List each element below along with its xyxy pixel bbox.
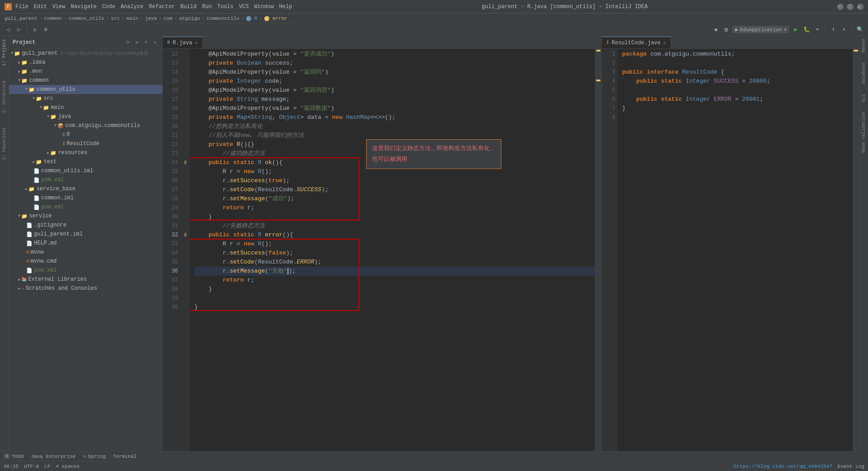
tool-todo[interactable]: 6 TODO (4, 454, 24, 459)
app-icon: P (5, 3, 12, 10)
menu-window[interactable]: Window (254, 4, 274, 10)
status-link[interactable]: https://blog.csdn.net/qq_44841547 (734, 464, 832, 469)
menu-help[interactable]: Help (279, 4, 292, 10)
code-line-39 (194, 294, 595, 303)
tree-item-pom-common[interactable]: 📄 pom.xml (9, 203, 162, 212)
tree-item-guli-parent-iml[interactable]: 📄 guli_parent.iml (9, 230, 162, 239)
debug-button[interactable]: 🐛 (802, 25, 811, 34)
tab-r-close[interactable]: ✕ (195, 40, 198, 46)
tree-item-r-class[interactable]: C R (9, 130, 162, 139)
tree-item-test[interactable]: ▶ 📁 test (9, 157, 162, 166)
spring-icon: ☘ (83, 453, 86, 459)
run-config-icon: ▶ (735, 27, 738, 33)
navigate-back-button[interactable]: ◁ (4, 25, 13, 34)
tree-item-common-utils-iml[interactable]: 📄 common_utils.iml (9, 166, 162, 175)
code-line-16: @ApiModelProperty(value = "返回消息") (194, 86, 595, 95)
tree-item-mvnw[interactable]: m mvnw (9, 248, 162, 257)
tree-item-scratches[interactable]: ▶ ✏ Scratches and Consoles (9, 284, 162, 293)
code-line-12: @ApiModelProperty(value = "是否成功") (194, 50, 595, 59)
panel-maven[interactable]: Maven (860, 36, 867, 55)
tree-item-java[interactable]: ▼ 📁 java (9, 112, 162, 121)
r-file-icon: R (167, 40, 170, 45)
coverage-button[interactable]: ☂ (813, 25, 822, 34)
panel-tab-favorites[interactable]: 2: Favorites (1, 125, 8, 163)
panel-git[interactable]: Git (860, 91, 867, 105)
code-line-38: } (194, 285, 595, 294)
tree-item-pom-root[interactable]: 📄 pom.xml (9, 266, 162, 275)
panel-tab-structure[interactable]: 2: Structure (1, 78, 8, 116)
layout-button[interactable]: ▤ (722, 25, 731, 34)
left-edge-panels: 1: Project 2: Structure 2: Favorites (0, 36, 9, 451)
line-numbers: 12 13 14 15 16 17 18 19 20 21 22 23 24 2… (163, 49, 181, 451)
tool-terminal[interactable]: Terminal (113, 454, 137, 459)
panel-bean-validation[interactable]: Bean Validation (860, 109, 867, 155)
code-line-27: r.setCode(ResultCode.SUCCESS); (194, 185, 595, 194)
status-event-log[interactable]: Event Log (838, 464, 864, 469)
tool-java-enterprise[interactable]: Java Enterprise (31, 454, 75, 459)
tree-item-common-iml[interactable]: 📄 common.iml (9, 193, 162, 203)
code-line-14: @ApiModelProperty(value = "返回码") (194, 68, 595, 77)
tool-spring[interactable]: ☘ Spring (83, 453, 105, 459)
tree-item-help-md[interactable]: 📄 HELP.md (9, 239, 162, 248)
right-code-content[interactable]: package com.atguigu.commonutils; public … (618, 49, 853, 451)
tree-item-external-libs[interactable]: ▶ 📚 External Libraries (9, 275, 162, 284)
tree-item-package[interactable]: ▼ 📦 com.atguigu.commonutils (9, 121, 162, 130)
nav-bar-toggle[interactable]: ◀ (711, 25, 720, 34)
tree-item-src[interactable]: ▼ 📁 src (9, 94, 162, 103)
panel-gear-icon[interactable]: ⚙ (133, 39, 141, 46)
tree-item-resources[interactable]: ▶ 📁 resources (9, 148, 162, 157)
panel-sync-icon[interactable]: ⟳ (124, 39, 132, 46)
panel-header-icons: ⟳ ⚙ ≡ ✕ (124, 39, 159, 46)
commit-button[interactable]: ⬆ (829, 25, 838, 34)
sync-button[interactable]: ↻ (30, 25, 39, 34)
tab-r-java[interactable]: R R.java ✕ (163, 37, 203, 48)
navigate-forward-button[interactable]: ▷ (14, 25, 24, 34)
menu-code[interactable]: Code (102, 4, 115, 10)
code-content-left[interactable]: @ApiModelProperty(value = "是否成功") privat… (190, 49, 595, 451)
panel-database[interactable]: Database (860, 60, 867, 87)
tree-item-service-base[interactable]: ▶ 📁 service_base (9, 184, 162, 193)
window-title: guli_parent - R.java [common_utils] - In… (481, 4, 647, 10)
menu-view[interactable]: View (52, 4, 66, 10)
menu-navigate[interactable]: Navigate (71, 4, 97, 10)
tree-item-common[interactable]: ▼ 📁 common (9, 76, 162, 85)
menu-build[interactable]: Build (180, 4, 197, 10)
tree-item-common-utils[interactable]: ▼ 📁 common_utils (9, 85, 162, 94)
tree-item-pom-common-utils[interactable]: 📄 pom.xml (9, 175, 162, 184)
menu-edit[interactable]: Edit (34, 4, 47, 10)
tree-item-main[interactable]: ▼ 📁 main (9, 103, 162, 112)
tree-item-resultcode[interactable]: I ResultCode (9, 139, 162, 148)
menu-vcs[interactable]: VCS (239, 4, 249, 10)
panel-header: Project ⟳ ⚙ ≡ ✕ (9, 36, 162, 49)
close-button[interactable]: ✕ (857, 4, 863, 10)
minimize-button[interactable]: — (837, 4, 844, 10)
tree-item-service[interactable]: ▼ 📁 service (9, 212, 162, 221)
code-line-29: return r; (194, 203, 595, 212)
code-line-21: //别人不能new, 只能用我们的方法 (194, 131, 595, 140)
panel-tab-project[interactable]: 1: Project (1, 36, 8, 69)
code-line-13: private Boolean success; (194, 59, 595, 68)
menu-run[interactable]: Run (202, 4, 212, 10)
tree-item-gitignore[interactable]: 📄 .gitignore (9, 221, 162, 230)
tab-r-label: R.java (173, 40, 192, 46)
menu-file[interactable]: File (15, 4, 28, 10)
menu-analyze[interactable]: Analyze (121, 4, 143, 10)
tree-item-mvn[interactable]: ▶ 📁 .mvn (9, 67, 162, 76)
settings-button[interactable]: ⚙ (41, 25, 50, 34)
tab-resultcode-close[interactable]: ✕ (663, 40, 666, 46)
menu-refactor[interactable]: Refactor (149, 4, 175, 10)
panel-close-icon[interactable]: ✕ (151, 39, 159, 46)
right-code-line-3: public interface ResultCode { (622, 68, 853, 77)
panel-layout-icon[interactable]: ≡ (142, 39, 150, 46)
tree-item-mvnw-cmd[interactable]: m mvnw.cmd (9, 257, 162, 266)
update-button[interactable]: ⬇ (840, 25, 849, 34)
tree-item-idea[interactable]: ▶ 📁 .idea (9, 58, 162, 67)
run-button[interactable]: ▶ (791, 25, 800, 34)
right-gutter (853, 49, 859, 451)
search-everywhere-button[interactable]: 🔍 (855, 25, 864, 34)
tab-resultcode[interactable]: I ResultCode.java ✕ (602, 37, 671, 48)
maximize-button[interactable]: □ (847, 4, 854, 10)
menu-tools[interactable]: Tools (217, 4, 234, 10)
run-configuration[interactable]: ▶ EduApplication ▾ (732, 26, 789, 33)
tree-item-guli-parent[interactable]: ▼ 📁 guli_parent D:\UserData\Desktop\xiao… (9, 49, 162, 58)
